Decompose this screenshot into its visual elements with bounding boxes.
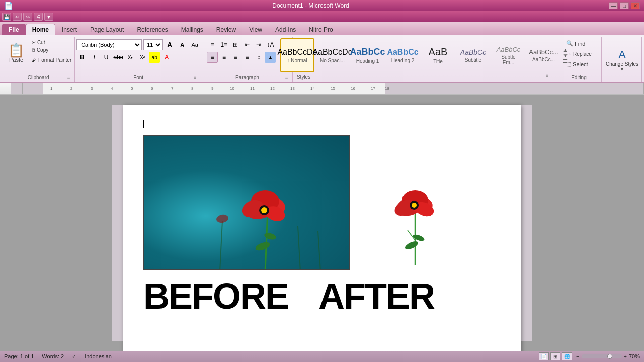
numbering-btn[interactable]: 1≡ [218,39,229,50]
shading-btn[interactable]: ▲ [265,52,276,63]
font-name-select[interactable]: Calibri (Body) [76,39,142,50]
sort-btn[interactable]: ↕A [265,39,276,50]
language-label[interactable]: Indonesian [85,353,112,359]
document-page[interactable]: BEFORE AFTER [123,105,521,351]
font-color-btn[interactable]: A [161,52,172,63]
bullets-btn[interactable]: ≡ [207,39,218,50]
svg-point-30 [261,207,267,213]
tab-home[interactable]: Home [26,24,55,35]
save-quick-btn[interactable]: 💾 [2,13,11,21]
style-heading2[interactable]: AaBbCc Heading 2 [386,38,420,72]
align-center-btn[interactable]: ≡ [218,52,229,63]
svg-text:17: 17 [371,86,375,91]
style-subtitle-label: Subtitle [465,57,481,63]
styles-group-label: Styles [297,73,310,80]
paragraph-group: ≡ 1≡ ⊞ ⇤ ⇥ ↕A ¶ ≡ ≡ ≡ ≡ ↕ ▲ □ Paragraph … [202,37,293,82]
style-subtitle[interactable]: AaBbCc Subtitle [456,38,491,72]
window-controls-left: 📄 [4,2,13,10]
style-normal-label: ↑ Normal [287,58,307,63]
after-label: AFTER [318,276,434,317]
ruler-svg: 1 2 3 4 5 6 7 8 9 10 11 12 13 14 15 16 1… [23,83,643,94]
justify-btn[interactable]: ≡ [242,52,253,63]
zoom-slider[interactable] [582,354,622,358]
tab-nitropro[interactable]: Nitro Pro [302,24,339,35]
svg-point-38 [412,233,425,242]
change-styles-btn[interactable]: A Change Styles ▼ [603,37,642,82]
text-highlight-btn[interactable]: ab [149,52,160,63]
print-view-btn[interactable]: 📄 [539,352,549,360]
tab-references[interactable]: References [130,24,174,35]
svg-point-23 [264,232,277,241]
align-left-btn[interactable]: ≡ [207,52,218,63]
multilevel-btn[interactable]: ⊞ [230,39,241,50]
line-spacing-btn[interactable]: ↕ [253,52,264,63]
font-size-select[interactable]: 11 [143,39,163,50]
decrease-indent-btn[interactable]: ⇤ [242,39,253,50]
subscript-btn[interactable]: X₂ [125,52,136,63]
close-btn[interactable]: ✕ [631,2,640,9]
underline-btn[interactable]: U [101,52,112,63]
select-icon: ⬚ [566,61,571,67]
copy-button[interactable]: ⧉ Copy [30,47,73,54]
document-area[interactable]: BEFORE AFTER [0,95,644,351]
print-quick-btn[interactable]: 🖨 [34,13,43,21]
font-grow-btn[interactable]: A [164,39,175,50]
before-label: BEFORE [143,276,288,317]
tab-addins[interactable]: Add-Ins [269,24,302,35]
clear-format-btn[interactable]: Aa [189,39,200,50]
tab-page-layout[interactable]: Page Layout [84,24,130,35]
italic-btn[interactable]: I [89,52,100,63]
find-button[interactable]: 🔍 Find [564,39,594,48]
web-view-btn[interactable]: 🌐 [562,352,572,360]
tab-view[interactable]: View [243,24,269,35]
maximize-btn[interactable]: □ [620,2,629,9]
style-subtle-em-label: Subtle Em... [496,54,522,65]
paste-button[interactable]: 📋 Paste [4,37,29,69]
clipboard-expand-btn[interactable]: ⌗ [67,75,73,81]
style-no-spacing[interactable]: AaBbCcDc No Spaci... [315,38,350,72]
style-normal-sample: AaBbCcDc [277,48,316,57]
superscript-btn[interactable]: X² [137,52,148,63]
qa-dropdown-btn[interactable]: ▼ [44,13,53,21]
zoom-out-btn[interactable]: − [576,353,579,359]
select-button[interactable]: ⬚ Select [564,60,594,68]
minimize-btn[interactable]: — [609,2,618,9]
style-heading2-sample: AaBbCc [387,48,418,57]
style-normal[interactable]: AaBbCcDc ↑ Normal [280,38,314,72]
bold-btn[interactable]: B [76,52,88,63]
styles-expand-btn[interactable]: ⌗ [546,73,552,79]
style-heading1-sample: AaBbCc [350,47,385,57]
align-right-btn[interactable]: ≡ [230,52,241,63]
style-title[interactable]: AaB Title [421,38,455,72]
fullscreen-view-btn[interactable]: ⊞ [550,352,560,360]
paragraph-expand-btn[interactable]: ⌗ [285,75,291,81]
styles-group: AaBbCcDc ↑ Normal AaBbCcDc No Spaci... A… [294,37,555,82]
vertical-ruler [112,105,123,341]
svg-point-45 [412,203,417,208]
format-painter-button[interactable]: 🖌 Format Painter [30,57,73,63]
style-heading1-label: Heading 1 [356,58,379,64]
window-controls-right[interactable]: — □ ✕ [609,2,640,9]
undo-quick-btn[interactable]: ↩ [13,13,22,21]
svg-text:7: 7 [171,86,174,91]
redo-quick-btn[interactable]: ↪ [23,13,32,21]
style-title-label: Title [433,59,443,64]
font-shrink-btn[interactable]: A [177,39,188,50]
style-more[interactable]: AaBbCc... AaBbCc... [527,38,561,72]
tab-mailings[interactable]: Mailings [175,24,210,35]
style-heading1[interactable]: AaBbCc Heading 1 [351,38,385,72]
increase-indent-btn[interactable]: ⇥ [253,39,264,50]
tab-file[interactable]: File [2,24,26,35]
svg-text:18: 18 [385,86,389,91]
style-subtle-em[interactable]: AaBbCc Subtle Em... [492,38,526,72]
cut-button[interactable]: ✂ Cut [30,39,73,46]
svg-text:6: 6 [151,86,153,91]
font-expand-btn[interactable]: ⌗ [194,75,200,81]
strikethrough-btn[interactable]: abc [113,52,124,63]
zoom-in-btn[interactable]: + [624,353,627,359]
zoom-thumb[interactable] [607,354,612,359]
replace-button[interactable]: ↔ Replace [564,50,594,58]
tab-review[interactable]: Review [210,24,243,35]
tab-insert[interactable]: Insert [55,24,84,35]
svg-line-21 [265,211,268,269]
